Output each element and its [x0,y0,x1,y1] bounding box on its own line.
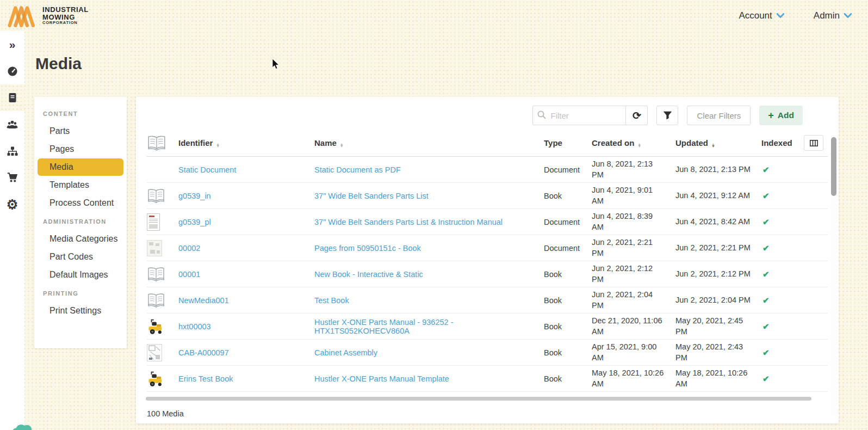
vertical-scrollbar-track[interactable] [830,135,837,415]
sidebar-item-media-categories[interactable]: Media Categories [38,230,123,248]
indexed-check-icon: ✔ [755,269,770,279]
column-header-name[interactable]: Name▲▼ [314,136,537,150]
add-button[interactable]: + Add [759,106,803,125]
media-count: 100 Media [147,409,184,418]
media-identifier-link[interactable]: g0539_in [178,192,211,200]
add-button-label: Add [778,110,794,120]
media-identifier-link[interactable]: hxt00003 [178,322,211,331]
media-type: Document [537,242,585,255]
table-row: 00002 Pages from 50950151c - Book Docume… [147,235,828,261]
admin-menu[interactable]: Admin [814,10,852,21]
rail-item-shop[interactable] [0,164,24,191]
plus-icon: + [768,110,774,121]
horizontal-scrollbar[interactable] [146,397,811,401]
indexed-check-icon: ✔ [755,322,770,331]
sidebar-item-parts[interactable]: Parts [38,122,123,140]
dashboard-gauge-icon [7,66,18,77]
column-header-indexed: Indexed [755,136,798,150]
media-updated: May 20, 2021, 2:45 PM [669,314,755,339]
indexed-check-icon: ✔ [755,191,770,200]
media-updated: Jun 2, 2021, 2:21 PM [669,241,755,255]
sidebar-item-pages[interactable]: Pages [38,140,123,158]
sort-icon: ▲▼ [340,143,344,147]
media-created: Jun 2, 2021, 2:12 PM [585,261,669,286]
rail-item-content[interactable] [0,84,24,111]
refresh-icon: ⟳ [633,109,641,122]
media-identifier-link[interactable]: 00002 [178,244,200,253]
expand-sidebar-button[interactable]: » [0,31,24,58]
rail-item-users[interactable] [0,111,24,138]
media-identifier-link[interactable]: Static Document [178,165,236,174]
sidebar-item-print-settings[interactable]: Print Settings [38,302,123,320]
media-created: Dec 21, 2020, 11:06 AM [585,314,669,339]
vertical-scrollbar-thumb[interactable] [831,137,836,196]
page-title: Media [35,54,82,73]
sidebar-heading-administration: ADMINISTRATION [34,212,127,230]
columns-settings-button[interactable] [804,135,823,151]
rail-item-dashboard[interactable] [0,58,24,84]
sidebar-item-default-images[interactable]: Default Images [38,266,123,284]
image-thumbnail [147,240,162,256]
media-name-link[interactable]: New Book - Interactive & Static [314,270,423,279]
sidebar: CONTENT Parts Pages Media Templates Proc… [34,97,127,348]
media-identifier-link[interactable]: 00001 [178,270,200,279]
column-header-created[interactable]: Created on▲▼ [585,136,669,150]
media-identifier-link[interactable]: Erins Test Book [178,374,233,383]
sidebar-item-process-content[interactable]: Process Content [38,194,123,212]
account-menu-label: Account [739,10,772,21]
sidebar-item-media[interactable]: Media [38,158,123,176]
media-type: Document [537,216,585,229]
book-icon [8,93,17,103]
sidebar-item-templates[interactable]: Templates [38,176,123,194]
media-type: Book [537,294,585,307]
icon-rail: » [0,31,24,430]
media-name-link[interactable]: Pages from 50950151c - Book [314,244,421,253]
rail-item-settings[interactable]: ⚙ [0,191,24,218]
expand-double-chevron-icon: » [9,39,16,50]
media-identifier-link[interactable]: CAB-A000097 [178,348,229,357]
media-created: Apr 15, 2021, 9:00 AM [585,340,669,365]
media-identifier-link[interactable]: g0539_pl [178,218,211,226]
company-logo[interactable]: INDUSTRIAL MOWING CORPORATION [8,4,89,27]
refresh-button[interactable]: ⟳ [626,106,648,125]
media-updated: Jun 4, 2021, 8:42 AM [669,214,755,229]
account-menu[interactable]: Account [739,10,784,21]
column-header-identifier[interactable]: Identifier▲▼ [178,136,314,150]
column-header-type: Type [537,136,585,150]
filter-button[interactable] [656,106,678,125]
orange-zigzag-logo-icon [8,4,37,27]
media-type: Document [537,163,585,176]
sidebar-heading-content: CONTENT [34,105,127,122]
users-icon [7,120,18,130]
media-name-link[interactable]: Hustler X-ONE Parts Manual - 936252 - HT… [314,318,453,335]
media-updated: Jun 2, 2021, 2:04 PM [669,293,755,308]
media-created: Jun 4, 2021, 8:39 AM [585,209,669,234]
media-table-card: ⟳ Clear Filters + Add Identifier▲▼ Name▲… [136,97,839,423]
teal-leaf-widget-icon[interactable] [8,417,36,430]
media-updated: May 20, 2021, 2:43 PM [669,340,755,365]
clear-filters-button[interactable]: Clear Filters [687,106,751,125]
indexed-check-icon: ✔ [755,217,770,226]
media-name-link[interactable]: Static Document as PDF [314,165,401,174]
open-book-thumbnail-icon [147,292,165,309]
funnel-icon [663,111,672,120]
media-name-link[interactable]: Hustler X-ONE Parts Manual Template [314,374,449,383]
sidebar-item-part-codes[interactable]: Part Codes [38,248,123,266]
media-created: May 18, 2021, 10:26 AM [585,366,669,391]
filter-input[interactable] [532,106,626,125]
column-header-updated[interactable]: Updated▲▼ [669,136,755,150]
table-row: g0539_pl 37" Wide Belt Sanders Parts Lis… [147,209,828,235]
media-name-link[interactable]: 37" Wide Belt Sanders Parts List & Instr… [314,218,503,226]
app-header: INDUSTRIAL MOWING CORPORATION Account Ad… [0,0,868,31]
brand-line-3: CORPORATION [42,21,89,25]
indexed-check-icon: ✔ [755,374,770,383]
sitemap-icon [7,146,18,156]
media-name-link[interactable]: Cabinet Assembly [314,348,377,357]
media-name-link[interactable]: 37" Wide Belt Sanders Parts List [314,192,429,200]
search-icon [537,110,546,119]
cart-icon [7,173,18,183]
media-name-link[interactable]: Test Book [314,296,349,305]
media-identifier-link[interactable]: NewMedia001 [178,296,229,305]
rail-item-sitemap[interactable] [0,138,24,164]
media-updated: Jun 2, 2021, 2:12 PM [669,267,755,281]
